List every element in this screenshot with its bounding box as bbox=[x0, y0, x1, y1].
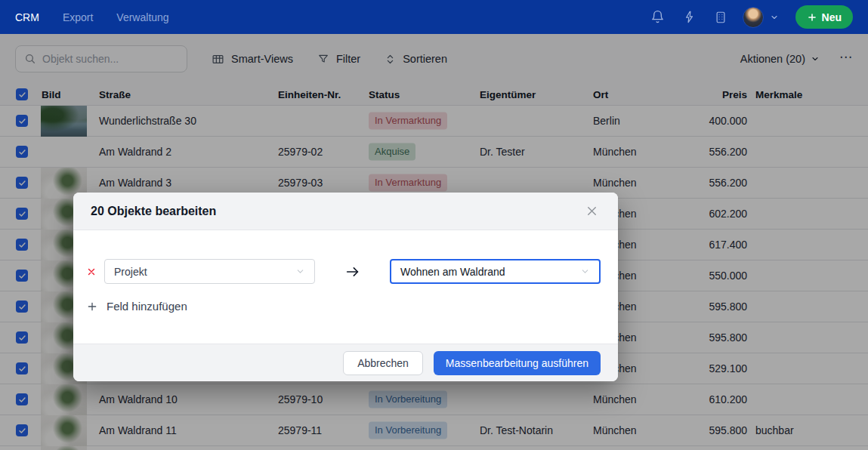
building-icon[interactable] bbox=[714, 11, 727, 24]
bell-icon[interactable] bbox=[650, 10, 665, 24]
navbar-right: Neu bbox=[632, 5, 853, 29]
plus-icon bbox=[86, 301, 98, 313]
avatar-chevron-down-icon[interactable] bbox=[770, 13, 779, 22]
chevron-down-icon bbox=[295, 267, 305, 276]
top-navbar: CRM Export Verwaltung Neu bbox=[0, 0, 868, 34]
modal-body: Projekt Wohnen am Waldrand Feld hinzufüg… bbox=[73, 230, 618, 344]
nav-item-verwaltung[interactable]: Verwaltung bbox=[116, 11, 168, 23]
value-select[interactable]: Wohnen am Waldrand bbox=[390, 259, 601, 284]
user-avatar[interactable] bbox=[743, 7, 764, 28]
new-button-label: Neu bbox=[822, 11, 842, 23]
modal-header: 20 Objekte bearbeiten bbox=[73, 193, 618, 230]
arrow-right-icon bbox=[315, 264, 390, 280]
remove-field-icon[interactable] bbox=[86, 267, 104, 277]
field-mapping-row: Projekt Wohnen am Waldrand bbox=[86, 259, 601, 284]
new-button[interactable]: Neu bbox=[795, 5, 853, 29]
submit-bulk-edit-button[interactable]: Massenbearbeitung ausführen bbox=[434, 351, 601, 375]
cancel-button[interactable]: Abbrechen bbox=[343, 351, 423, 375]
modal-footer: Abbrechen Massenbearbeitung ausführen bbox=[73, 344, 618, 381]
field-select-value: Projekt bbox=[114, 266, 147, 278]
chevron-down-icon bbox=[580, 267, 590, 276]
plus-icon bbox=[807, 12, 817, 23]
value-select-value: Wohnen am Waldrand bbox=[400, 266, 505, 278]
modal-title: 20 Objekte bearbeiten bbox=[91, 205, 216, 218]
flash-icon[interactable] bbox=[683, 11, 696, 23]
nav-item-export[interactable]: Export bbox=[63, 11, 93, 23]
nav-item-crm[interactable]: CRM bbox=[15, 11, 39, 23]
bulk-edit-modal: 20 Objekte bearbeiten Projekt Wohnen am … bbox=[73, 193, 618, 381]
field-select[interactable]: Projekt bbox=[104, 259, 315, 284]
add-field-label: Feld hinzufügen bbox=[107, 300, 187, 313]
add-field-button[interactable]: Feld hinzufügen bbox=[86, 300, 187, 313]
close-icon[interactable] bbox=[583, 202, 601, 220]
